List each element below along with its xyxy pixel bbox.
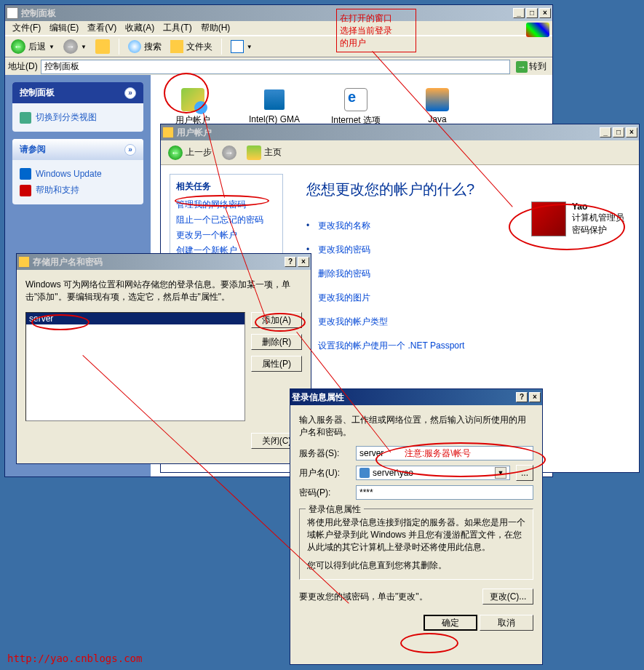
login-groupbox: 登录信息属性 将使用此登录信息连接到指定的服务器。如果您是用一个域帐户登录到此 …	[299, 509, 533, 580]
properties-button[interactable]: 属性(P)	[251, 356, 302, 372]
ok-button[interactable]: 确定	[424, 615, 477, 631]
change-another-link[interactable]: 更改另一个帐户	[176, 228, 277, 243]
change-type-link[interactable]: 更改我的帐户类型	[306, 310, 624, 334]
server-label: 服务器(S):	[299, 447, 350, 460]
current-user-tile[interactable]: Yao 计算机管理员 密码保护	[531, 202, 624, 236]
menu-help[interactable]: 帮助(H)	[196, 20, 235, 36]
sc-titlebar[interactable]: 存储用户名和密码 ? ×	[17, 254, 311, 270]
ua-titlebar[interactable]: 用户帐户 _ □ ×	[161, 124, 639, 140]
dropdown-icon[interactable]: ▼	[495, 467, 506, 479]
lp-titlebar[interactable]: 登录信息属性 ? ×	[290, 389, 542, 405]
address-label: 地址(D)	[8, 60, 38, 73]
change-password-link[interactable]: 更改我的密码	[306, 238, 624, 262]
intel-icon	[263, 88, 286, 111]
forward-icon: →	[63, 39, 78, 54]
lp-title: 登录信息属性	[292, 391, 344, 404]
minimize-button[interactable]: _	[513, 8, 525, 18]
folder-up-icon	[95, 39, 110, 54]
change-picture-link[interactable]: 更改我的图片	[306, 286, 624, 310]
switch-view-link[interactable]: 切换到分类视图	[20, 109, 136, 126]
user-combo[interactable]: server\yao▼	[356, 466, 510, 480]
views-icon	[231, 40, 244, 53]
pass-label: 密码(P):	[299, 487, 350, 499]
cancel-button[interactable]: 取消	[480, 615, 533, 631]
ua-title: 用户帐户	[177, 127, 212, 139]
forward-icon: →	[222, 145, 236, 160]
help-link[interactable]: 帮助和支持	[20, 182, 136, 199]
cp-panel-main: 控制面板» 切换到分类视图	[12, 82, 143, 132]
address-bar: 地址(D) →转到	[5, 57, 552, 75]
change-button[interactable]: 更改(C)...	[482, 589, 533, 605]
maximize-button[interactable]: □	[526, 8, 538, 18]
folders-button[interactable]: 文件夹	[167, 39, 215, 55]
add-button[interactable]: 添加(A)	[251, 312, 302, 328]
lp-intro: 输入服务器、工作组或网络位置，然后输入访问所使用的用户名和密码。	[299, 414, 533, 439]
menu-edit[interactable]: 编辑(E)	[45, 20, 83, 36]
browse-button[interactable]: ...	[516, 465, 533, 481]
group-title: 登录信息属性	[306, 503, 364, 516]
go-icon: →	[516, 61, 528, 73]
user-role: 计算机管理员	[572, 212, 624, 224]
related-tasks-box: 相关任务 管理我的网络密码 阻止一个已忘记的密码 更改另一个帐户 创建一个新帐户	[170, 174, 283, 265]
close-button[interactable]: ×	[298, 257, 309, 267]
prevent-forgotten-link[interactable]: 阻止一个已忘记的密码	[176, 212, 277, 228]
close-button[interactable]: ×	[539, 8, 551, 18]
up-button[interactable]	[92, 38, 113, 55]
annotation-note: 注意:服务器\帐号	[405, 447, 471, 460]
collapse-icon[interactable]: »	[124, 144, 136, 156]
user-picture	[531, 202, 566, 236]
ua-forward[interactable]: →	[219, 144, 239, 161]
user-accounts-item[interactable]: 用户帐户	[164, 88, 222, 127]
stored-creds-dialog: 存储用户名和密码 ? × Windows 可为网络位置和网站存储您的登录信息。要…	[16, 253, 311, 464]
help-icon	[20, 185, 31, 196]
maximize-button[interactable]: □	[613, 127, 624, 137]
manage-passwords-link[interactable]: 管理我的网络密码	[176, 197, 277, 212]
category-icon	[20, 112, 31, 124]
forward-button[interactable]: →▼	[60, 38, 90, 55]
windows-update-link[interactable]: Windows Update	[20, 166, 136, 182]
help-button[interactable]: ?	[285, 257, 296, 267]
ua-home[interactable]: 主页	[244, 144, 285, 161]
search-icon	[128, 40, 141, 53]
password-input[interactable]	[356, 485, 533, 500]
passport-link[interactable]: 设置我的帐户使用一个 .NET Passport	[306, 334, 624, 358]
close-button[interactable]: ×	[626, 127, 637, 137]
menu-file[interactable]: 文件(F)	[8, 20, 45, 36]
delete-password-link[interactable]: 删除我的密码	[306, 262, 624, 286]
delete-button[interactable]: 删除(R)	[251, 334, 302, 350]
ua-back[interactable]: ←上一步	[165, 144, 215, 161]
login-props-dialog: 登录信息属性 ? × 输入服务器、工作组或网络位置，然后输入访问所使用的用户名和…	[290, 388, 543, 665]
menu-view[interactable]: 查看(V)	[83, 20, 121, 36]
back-button[interactable]: ←后退▼	[8, 38, 57, 55]
sc-intro: Windows 可为网络位置和网站存储您的登录信息。要添加某一项，单击"添加"。…	[25, 279, 302, 303]
internet-options-item[interactable]: Internet 选项	[327, 88, 385, 127]
go-button[interactable]: →转到	[513, 59, 549, 74]
change-hint: 要更改您的域密码，单击"更改"。	[299, 591, 477, 603]
windows-logo-icon	[526, 23, 549, 37]
menu-tools[interactable]: 工具(T)	[159, 20, 196, 36]
user-icon	[359, 468, 370, 478]
cp-title: 控制面板	[21, 7, 56, 20]
key-icon	[18, 256, 30, 268]
menu-fav[interactable]: 收藏(A)	[121, 20, 159, 36]
ie-icon	[344, 88, 367, 111]
group-text1: 将使用此登录信息连接到指定的服务器。如果您是用一个域帐户登录到此 Windows…	[307, 517, 525, 554]
creds-entry[interactable]: server	[26, 313, 245, 324]
close-button[interactable]: ×	[529, 392, 541, 402]
creds-list[interactable]: server	[25, 312, 245, 421]
cp-toolbar: ←后退▼ →▼ 搜索 文件夹 ▼	[5, 36, 552, 57]
minimize-button[interactable]: _	[600, 127, 611, 137]
panel-head[interactable]: 控制面板»	[12, 82, 143, 103]
address-input[interactable]	[41, 60, 510, 74]
search-button[interactable]: 搜索	[125, 39, 164, 55]
views-button[interactable]: ▼	[228, 39, 255, 55]
user-accounts-icon	[181, 88, 204, 111]
java-item[interactable]: Java	[408, 88, 466, 124]
collapse-icon[interactable]: »	[124, 87, 136, 99]
user-name: Yao	[572, 202, 624, 212]
panel-head[interactable]: 请参阅»	[12, 139, 143, 160]
cp-titlebar[interactable]: 控制面板 _ □ ×	[5, 5, 552, 21]
help-button[interactable]: ?	[516, 392, 528, 402]
related-tasks-title: 相关任务	[176, 180, 277, 193]
cp-panel-seealso: 请参阅» Windows Update 帮助和支持	[12, 139, 143, 204]
